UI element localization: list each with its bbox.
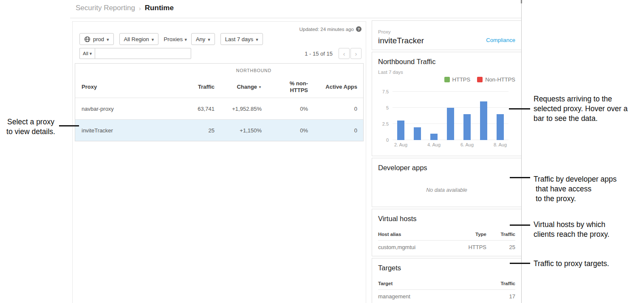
annotation-connector-line <box>510 224 530 226</box>
annotation-virtual-hosts: Virtual hosts by which clients reach the… <box>534 220 644 239</box>
caret-down-icon <box>208 36 210 42</box>
pagination: 1 - 15 of 15 ‹ › <box>305 48 362 59</box>
https-swatch-icon <box>444 77 450 82</box>
security-reporting-runtime-page: Security Reporting › Runtime Updated: 24… <box>0 0 644 303</box>
caret-down-icon <box>152 36 154 42</box>
bar-slot <box>475 92 492 140</box>
proxies-table: NORTHBOUND Proxy Traffic Change▼ % non- … <box>75 63 364 141</box>
cell-active-apps: 0 <box>308 106 357 112</box>
column-change[interactable]: Change▼ <box>215 84 262 90</box>
bar-slot <box>492 92 508 140</box>
chart-subtitle: Last 7 days <box>378 70 515 75</box>
bar-slot <box>426 92 442 140</box>
column-host-alias: Host alias <box>378 232 453 237</box>
targets-card: Targets Target Traffic management 17 <box>372 258 521 303</box>
any-dropdown[interactable]: Any <box>191 33 215 45</box>
x-tick-label <box>409 142 426 147</box>
date-range-label: Last 7 days <box>225 36 254 42</box>
annotation-connector-line <box>59 125 79 126</box>
pagination-prev-button[interactable]: ‹ <box>339 48 350 59</box>
bar-slot <box>442 92 459 140</box>
search-input[interactable] <box>95 48 191 59</box>
cell-traffic: 17 <box>481 293 515 300</box>
bar-chart: 02.557.5 2. Aug4. Aug6. Aug8. Aug <box>393 92 508 147</box>
cell-non-https: 0% <box>262 106 308 112</box>
column-traffic: Traffic <box>486 232 515 237</box>
search-scope-label: All <box>83 51 88 56</box>
annotation-connector-line <box>509 108 530 109</box>
proxy-list-panel: Updated: 24 minutes ago ? prod All Regio… <box>72 21 366 303</box>
cell-active-apps: 0 <box>308 127 357 134</box>
developer-apps-title: Developer apps <box>378 158 515 172</box>
x-tick-label: 2. Aug <box>393 142 409 147</box>
region-label: All Region <box>124 36 149 42</box>
target-row[interactable]: management 17 <box>378 290 515 303</box>
virtual-hosts-header-row: Host alias Type Traffic <box>378 228 515 241</box>
table-header-row: Proxy Traffic Change▼ % non- HTTPS Activ… <box>75 76 363 98</box>
column-proxy[interactable]: Proxy <box>82 84 172 90</box>
x-tick-label: 6. Aug <box>459 142 475 147</box>
chart-bar[interactable] <box>463 114 471 140</box>
help-icon[interactable]: ? <box>356 26 362 32</box>
cell-type: HTTPS <box>453 244 486 250</box>
chart-bar[interactable] <box>414 127 421 140</box>
bar-slot <box>409 92 426 140</box>
environment-label: prod <box>93 36 104 42</box>
chart-xticks: 2. Aug4. Aug6. Aug8. Aug <box>393 142 508 147</box>
annotation-select-proxy: Select a proxy to view details. <box>0 117 62 137</box>
x-tick-label: 8. Aug <box>492 142 508 147</box>
chart-bars <box>393 92 508 140</box>
sort-desc-icon: ▼ <box>258 85 262 89</box>
filter-toolbar: prod All Region Proxies Any Last 7 days <box>79 33 362 45</box>
region-dropdown[interactable]: All Region <box>119 33 159 45</box>
annotation-chart: Requests arriving to the selected proxy.… <box>534 94 644 123</box>
legend-label: HTTPS <box>452 76 471 83</box>
column-type: Type <box>453 232 486 237</box>
column-traffic: Traffic <box>481 281 515 286</box>
compliance-link[interactable]: Compliance <box>486 37 515 43</box>
any-label: Any <box>196 36 205 42</box>
chart-bar[interactable] <box>497 114 504 140</box>
breadcrumb-parent[interactable]: Security Reporting <box>76 4 135 12</box>
pagination-next-button[interactable]: › <box>350 48 362 59</box>
chart-bar[interactable] <box>447 108 454 140</box>
header-divider <box>70 18 521 18</box>
panel-right-border <box>521 0 522 303</box>
chart-bar[interactable] <box>430 134 438 140</box>
search-row: All 1 - 15 of 15 ‹ › <box>79 48 362 59</box>
cell-host-alias: custom,mgmtui <box>378 244 453 250</box>
caret-down-icon <box>107 36 109 42</box>
y-tick-label: 5 <box>386 105 389 110</box>
chevron-left-icon: ‹ <box>343 50 345 57</box>
chart-bar[interactable] <box>480 101 487 140</box>
northbound-label: NORTHBOUND <box>236 68 271 73</box>
table-row-selected[interactable]: inviteTracker 25 +1,150% 0% 0 <box>75 119 363 141</box>
chart-bar[interactable] <box>397 121 404 140</box>
cell-traffic: 25 <box>486 244 515 250</box>
legend-label: Non-HTTPS <box>485 76 515 83</box>
x-tick-label: 4. Aug <box>426 142 442 147</box>
y-tick-label: 2.5 <box>382 121 389 126</box>
virtual-host-row[interactable]: custom,mgmtui HTTPS 25 <box>378 241 515 253</box>
chart-title: Northbound Traffic <box>378 52 515 66</box>
updated-status: Updated: 24 minutes ago ? <box>299 26 362 32</box>
breadcrumb-separator-icon: › <box>139 5 141 12</box>
targets-title: Targets <box>378 258 515 272</box>
scrollbar-remnant <box>521 0 522 3</box>
cell-change: +1,952.85% <box>215 106 262 112</box>
entity-dropdown[interactable]: Proxies <box>164 36 187 42</box>
proxy-detail-panel: Proxy inviteTracker Compliance Northboun… <box>372 20 521 303</box>
column-traffic[interactable]: Traffic <box>172 84 215 90</box>
chart-plot: 02.557.5 <box>393 92 508 140</box>
caret-down-icon <box>90 51 92 56</box>
date-range-dropdown[interactable]: Last 7 days <box>220 33 263 45</box>
y-tick-label: 0 <box>386 137 389 143</box>
bar-slot <box>459 92 475 140</box>
non-https-swatch-icon <box>477 77 483 82</box>
table-group-header: NORTHBOUND <box>75 64 363 76</box>
search-scope-dropdown[interactable]: All <box>79 48 95 59</box>
table-row[interactable]: navbar-proxy 63,741 +1,952.85% 0% 0 <box>75 98 363 119</box>
environment-dropdown[interactable]: prod <box>79 33 114 45</box>
column-active-apps[interactable]: Active Apps <box>308 84 357 90</box>
column-non-https[interactable]: % non- HTTPS <box>262 80 308 94</box>
